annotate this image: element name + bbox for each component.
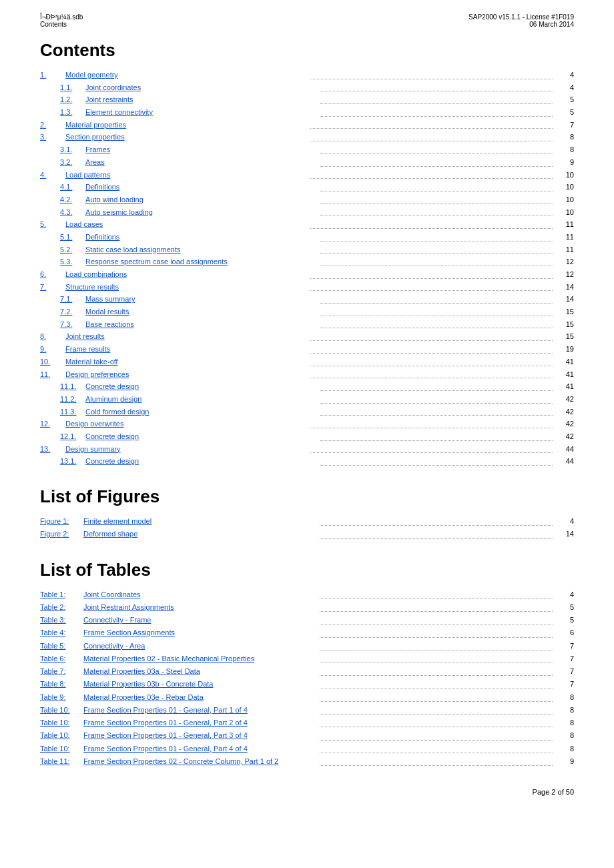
toc-num[interactable]: 4.2. — [60, 193, 85, 206]
toc-label[interactable]: Element connectivity — [85, 106, 318, 119]
tbl-num[interactable]: Table 6: — [40, 653, 83, 665]
toc-num[interactable]: 7.2. — [60, 306, 85, 318]
toc-label[interactable]: Concrete design — [85, 430, 318, 443]
tbl-label[interactable]: Material Properties 03a - Steel Data — [83, 665, 317, 678]
tbl-label[interactable]: Connectivity - Area — [83, 640, 317, 653]
toc-num[interactable]: 1. — [40, 69, 65, 81]
toc-num[interactable]: 10. — [40, 356, 65, 368]
tbl-label[interactable]: Material Properties 03b - Concrete Data — [83, 678, 317, 691]
tbl-num[interactable]: Table 10: — [40, 743, 83, 755]
toc-label[interactable]: Static case load assignments — [85, 244, 318, 256]
toc-label[interactable]: Modal results — [85, 306, 318, 318]
tbl-label[interactable]: Frame Section Assignments — [83, 626, 317, 639]
toc-num[interactable]: 6. — [40, 268, 65, 281]
tbl-label[interactable]: Frame Section Properties 01 - General, P… — [83, 729, 317, 742]
toc-num[interactable]: 3. — [40, 131, 65, 143]
toc-num[interactable]: 12.1. — [60, 430, 85, 443]
tbl-num[interactable]: Table 9: — [40, 691, 83, 704]
toc-label[interactable]: Frame results — [65, 343, 308, 356]
toc-num[interactable]: 2. — [40, 119, 65, 131]
toc-num[interactable]: 3.1. — [60, 143, 85, 156]
toc-label[interactable]: Base reactions — [85, 318, 318, 331]
toc-dots — [320, 242, 553, 254]
toc-num[interactable]: 1.3. — [60, 106, 85, 119]
toc-num[interactable]: 7.1. — [60, 293, 85, 306]
toc-label[interactable]: Material properties — [65, 119, 308, 131]
toc-num[interactable]: 3.2. — [60, 156, 85, 169]
tbl-num[interactable]: Table 5: — [40, 640, 83, 653]
toc-num[interactable]: 11.3. — [60, 406, 85, 418]
tbl-label[interactable]: Frame Section Properties 01 - General, P… — [83, 704, 317, 717]
toc-label[interactable]: Design overwrites — [65, 418, 308, 430]
tbl-num[interactable]: Table 11: — [40, 755, 83, 768]
toc-label[interactable]: Cold formed design — [85, 406, 318, 418]
toc-num[interactable]: 11. — [40, 368, 65, 381]
toc-num[interactable]: 13. — [40, 443, 65, 456]
toc-label[interactable]: Structure results — [65, 281, 308, 294]
tbl-num[interactable]: Table 1: — [40, 588, 83, 601]
toc-label[interactable]: Auto wind loading — [85, 193, 318, 206]
tbl-label[interactable]: Joint Coordinates — [83, 588, 317, 601]
toc-label[interactable]: Design summary — [65, 443, 308, 456]
fig-num[interactable]: Figure 1: — [40, 515, 83, 528]
tbl-label[interactable]: Material Properties 03e - Rebar Data — [83, 691, 317, 704]
toc-label[interactable]: Definitions — [85, 181, 318, 193]
toc-label[interactable]: Joint coordinates — [85, 81, 318, 94]
toc-label[interactable]: Auto seismic loading — [85, 206, 318, 219]
tbl-label[interactable]: Frame Section Properties 01 - General, P… — [83, 743, 317, 755]
toc-label[interactable]: Mass summary — [85, 293, 318, 306]
toc-label[interactable]: Response spectrum case load assignments — [85, 256, 318, 268]
toc-num[interactable]: 9. — [40, 343, 65, 356]
toc-label[interactable]: Definitions — [85, 231, 318, 244]
toc-num[interactable]: 7. — [40, 281, 65, 294]
toc-label[interactable]: Load combinations — [65, 268, 308, 281]
toc-label[interactable]: Joint results — [65, 330, 308, 343]
toc-label[interactable]: Load patterns — [65, 169, 308, 181]
toc-num[interactable]: 5. — [40, 218, 65, 231]
tbl-label[interactable]: Frame Section Properties 01 - General, P… — [83, 717, 317, 729]
toc-num[interactable]: 1.1. — [60, 81, 85, 94]
tbl-label[interactable]: Frame Section Properties 02 - Concrete C… — [83, 755, 317, 768]
toc-num[interactable]: 1.2. — [60, 93, 85, 106]
toc-num[interactable]: 12. — [40, 418, 65, 430]
tbl-dots — [320, 715, 553, 727]
toc-label[interactable]: Frames — [85, 143, 318, 156]
toc-num[interactable]: 8. — [40, 330, 65, 343]
toc-num[interactable]: 4.1. — [60, 181, 85, 193]
toc-label[interactable]: Model geometry — [65, 69, 308, 81]
toc-num[interactable]: 11.2. — [60, 393, 85, 406]
toc-num[interactable]: 4. — [40, 169, 65, 181]
tbl-num[interactable]: Table 8: — [40, 678, 83, 691]
tbl-label[interactable]: Joint Restraint Assignments — [83, 601, 317, 614]
toc-label[interactable]: Areas — [85, 156, 318, 169]
tbl-label[interactable]: Connectivity - Frame — [83, 614, 317, 626]
toc-label[interactable]: Design preferences — [65, 368, 308, 381]
toc-label[interactable]: Concrete design — [85, 455, 318, 468]
toc-label[interactable]: Joint restraints — [85, 93, 318, 106]
toc-dots — [310, 354, 553, 366]
toc-num[interactable]: 5.3. — [60, 256, 85, 268]
tbl-num[interactable]: Table 4: — [40, 626, 83, 639]
tbl-num[interactable]: Table 10: — [40, 729, 83, 742]
tbl-num[interactable]: Table 7: — [40, 665, 83, 678]
tbl-num[interactable]: Table 2: — [40, 601, 83, 614]
toc-label[interactable]: Material take-off — [65, 356, 308, 368]
fig-label[interactable]: Finite element model — [83, 515, 317, 528]
toc-label[interactable]: Load cases — [65, 218, 308, 231]
toc-num[interactable]: 5.2. — [60, 244, 85, 256]
toc-num[interactable]: 4.3. — [60, 206, 85, 219]
toc-num[interactable]: 5.1. — [60, 231, 85, 244]
fig-num[interactable]: Figure 2: — [40, 528, 83, 540]
toc-label[interactable]: Section properties — [65, 131, 308, 143]
tbl-label[interactable]: Material Properties 02 - Basic Mechanica… — [83, 653, 317, 665]
toc-num[interactable]: 13.1. — [60, 455, 85, 468]
tbl-num[interactable]: Table 10: — [40, 704, 83, 717]
tbl-page: 7 — [555, 678, 574, 691]
toc-label[interactable]: Aluminum design — [85, 393, 318, 406]
fig-label[interactable]: Deformed shape — [83, 528, 317, 540]
toc-label[interactable]: Concrete design — [85, 380, 318, 393]
tbl-num[interactable]: Table 10: — [40, 717, 83, 729]
toc-num[interactable]: 11.1. — [60, 380, 85, 393]
tbl-num[interactable]: Table 3: — [40, 614, 83, 626]
toc-num[interactable]: 7.3. — [60, 318, 85, 331]
